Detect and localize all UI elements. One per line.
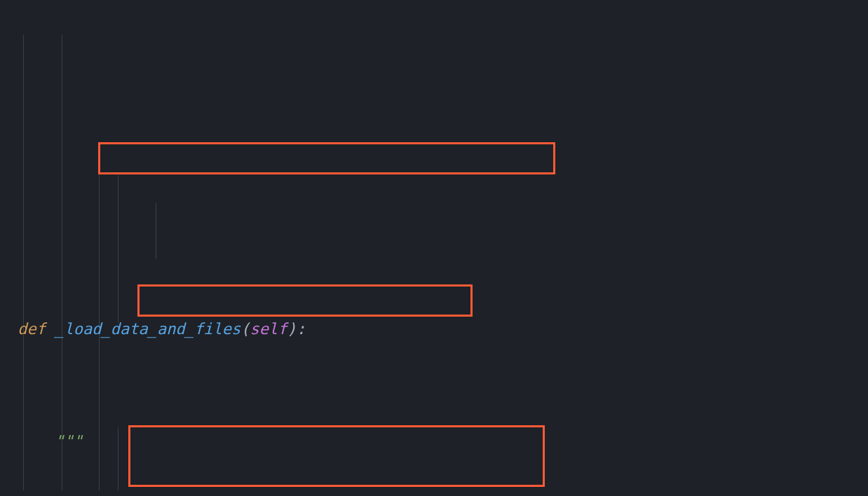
code-editor[interactable]: def _load_data_and_files(self): """ Pars… <box>0 0 868 496</box>
self-param: self <box>250 320 287 338</box>
paren: ): <box>287 320 306 338</box>
keyword-def: def <box>18 320 46 338</box>
docstring-quote: """ <box>55 432 83 450</box>
highlight-box <box>98 142 555 174</box>
function-name: _load_data_and_files <box>55 320 240 338</box>
code-line[interactable]: """ <box>8 427 868 455</box>
highlight-box <box>137 284 473 317</box>
paren: ( <box>240 320 250 338</box>
code-line[interactable]: def _load_data_and_files(self): <box>8 315 868 343</box>
